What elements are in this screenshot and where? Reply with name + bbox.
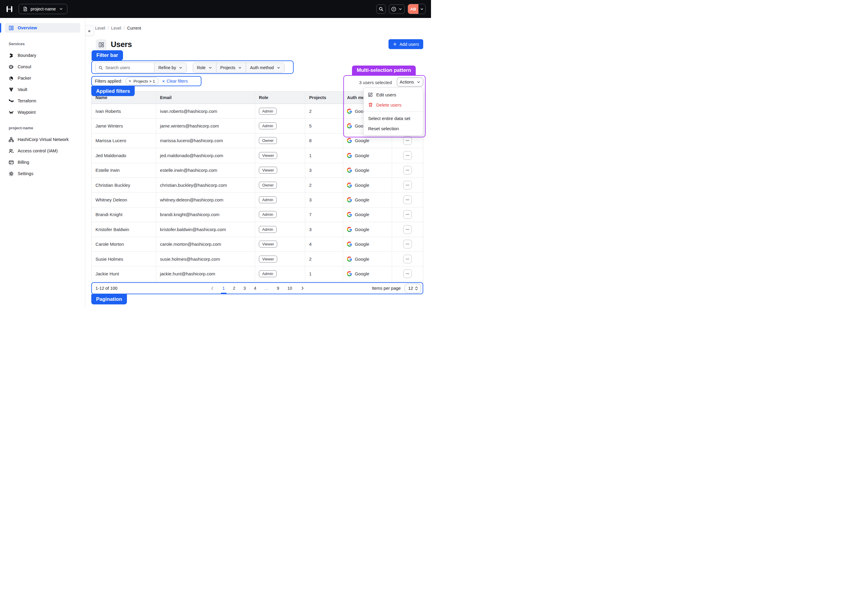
filter-dropdown-role[interactable]: Role xyxy=(193,63,216,72)
sidebar: Overview Services Boundary Consul Packer… xyxy=(0,18,85,308)
refine-by-button[interactable]: Refine by xyxy=(154,63,187,72)
search-users-input[interactable] xyxy=(96,63,154,72)
google-icon xyxy=(347,182,352,188)
page-number-9[interactable]: 9 xyxy=(277,286,279,291)
menu-item-label: Delete users xyxy=(376,102,401,107)
breadcrumb-item[interactable]: Level xyxy=(111,26,121,30)
google-icon xyxy=(347,168,352,173)
sidebar-item-waypoint[interactable]: Waypoint xyxy=(5,107,80,118)
filter-chip-projects[interactable]: Projects > 1 xyxy=(126,77,159,85)
chevron-down-icon xyxy=(59,7,63,11)
sidebar-item-consul[interactable]: Consul xyxy=(5,61,80,72)
page-number-2[interactable]: 2 xyxy=(233,286,235,291)
role-badge: Owner xyxy=(259,137,277,144)
sidebar-item-terraform[interactable]: Terraform xyxy=(5,95,80,107)
role-badge: Viewer xyxy=(259,256,278,262)
terraform-icon xyxy=(9,99,14,104)
next-page-button[interactable] xyxy=(300,286,305,290)
row-overflow-button[interactable] xyxy=(403,255,412,263)
user-email: estelle.irwin@hashicorp.com xyxy=(156,163,255,178)
sidebar-item-billing[interactable]: Billing xyxy=(5,157,80,168)
sidebar-item-overview[interactable]: Overview xyxy=(5,23,80,33)
page-number-10[interactable]: 10 xyxy=(287,286,292,291)
role-cell: Owner xyxy=(255,134,305,148)
users-icon xyxy=(9,148,14,154)
menu-item-delete-users[interactable]: Delete users xyxy=(364,100,423,110)
menu-item-select-entire-data-set[interactable]: Select entire data set xyxy=(364,113,423,123)
sidebar-item-hashicorp-virtual-network[interactable]: HashiCorp Virtual Network xyxy=(5,134,80,145)
chevron-down-icon xyxy=(398,7,402,11)
sidebar-item-label: Overview xyxy=(18,25,37,30)
sidebar-item-label: Vault xyxy=(18,87,27,92)
multi-selection-annotation-label: Multi-selection pattern xyxy=(352,66,416,75)
ellipsis-icon xyxy=(405,228,410,231)
sidebar-item-settings[interactable]: Settings xyxy=(5,168,80,179)
menu-item-edit-users[interactable]: Edit users xyxy=(364,90,423,100)
items-per-page-value: 12 xyxy=(408,286,413,291)
user-name: Susie Holmes xyxy=(92,252,156,266)
page-number-3[interactable]: 3 xyxy=(243,286,246,291)
app-root: project-name ? AB xyxy=(0,0,431,308)
gear-icon xyxy=(9,171,14,176)
ellipsis-icon xyxy=(405,138,410,143)
ellipsis-icon xyxy=(405,183,410,187)
vault-icon xyxy=(9,87,14,92)
project-items-list: HashiCorp Virtual Network Access control… xyxy=(0,134,85,179)
user-name: Jed Maldonado xyxy=(92,148,156,162)
nav-search-button[interactable] xyxy=(376,5,386,14)
project-selector-label: project-name xyxy=(31,6,56,11)
menu-item-reset-selection[interactable]: Reset selection xyxy=(364,123,423,134)
clear-filters-link[interactable]: Clear filters xyxy=(162,79,188,83)
nav-account-button[interactable]: AB xyxy=(408,4,426,14)
column-header-projects: Projects xyxy=(305,91,343,104)
projects-count: 2 xyxy=(305,178,343,192)
google-icon xyxy=(347,123,352,129)
breadcrumb-item-current: Current xyxy=(127,26,141,30)
filter-chip-label: Projects > 1 xyxy=(133,79,155,83)
role-cell: Admin xyxy=(255,118,305,133)
sidebar-collapse-button[interactable]: « xyxy=(85,25,94,36)
row-overflow-button[interactable] xyxy=(403,210,412,219)
row-actions-cell xyxy=(392,192,423,207)
breadcrumb-item[interactable]: Level xyxy=(95,26,105,30)
ellipsis-icon xyxy=(405,272,410,276)
sidebar-item-access-control-iam[interactable]: Access control (IAM) xyxy=(5,145,80,157)
row-overflow-button[interactable] xyxy=(403,195,412,204)
user-name: Jame Winters xyxy=(92,118,156,133)
sidebar-item-boundary[interactable]: Boundary xyxy=(5,50,80,61)
auth-method-cell: Google xyxy=(343,207,392,222)
user-email: jame.winters@hashicorp.com xyxy=(156,118,255,133)
user-name: Carole Morton xyxy=(92,237,156,251)
row-overflow-button[interactable] xyxy=(403,166,412,174)
close-icon xyxy=(162,80,165,83)
search-icon xyxy=(378,6,383,11)
row-overflow-button[interactable] xyxy=(403,240,412,248)
row-overflow-button[interactable] xyxy=(403,181,412,190)
page-number-1[interactable]: 1 xyxy=(222,286,225,291)
applied-filters-annotation-label: Applied filters xyxy=(91,86,135,96)
filter-dropdown-auth-method[interactable]: Auth method xyxy=(246,63,284,72)
sidebar-item-packer[interactable]: Packer xyxy=(5,72,80,84)
items-per-page-stepper[interactable]: 12 xyxy=(405,284,421,293)
row-overflow-button[interactable] xyxy=(403,225,412,234)
nav-help-button[interactable]: ? xyxy=(389,5,405,14)
actions-button[interactable]: Actions xyxy=(397,77,423,86)
add-users-button[interactable]: Add users xyxy=(388,39,423,49)
row-overflow-button[interactable] xyxy=(403,151,412,160)
table-row: Jackie Hunt jackie.hunt@hashicorp.com Ad… xyxy=(92,266,423,281)
filter-dropdown-projects[interactable]: Projects xyxy=(216,63,246,72)
row-overflow-button[interactable] xyxy=(403,136,412,145)
projects-count: 3 xyxy=(305,192,343,207)
projects-count: 3 xyxy=(305,163,343,178)
sidebar-item-vault[interactable]: Vault xyxy=(5,84,80,95)
row-actions-cell xyxy=(392,207,423,222)
row-overflow-button[interactable] xyxy=(403,269,412,278)
previous-page-button[interactable] xyxy=(210,286,214,290)
row-actions-cell xyxy=(392,237,423,251)
auth-method-label: Google xyxy=(355,182,369,188)
page-number-4[interactable]: 4 xyxy=(254,286,256,291)
table-row: Christian Buckley christian.buckley@hash… xyxy=(92,178,423,192)
pagination-bar: 1-12 of 100 1234…910 Items per page 12 xyxy=(91,282,423,294)
project-selector[interactable]: project-name xyxy=(19,4,68,14)
row-actions-cell xyxy=(392,178,423,192)
